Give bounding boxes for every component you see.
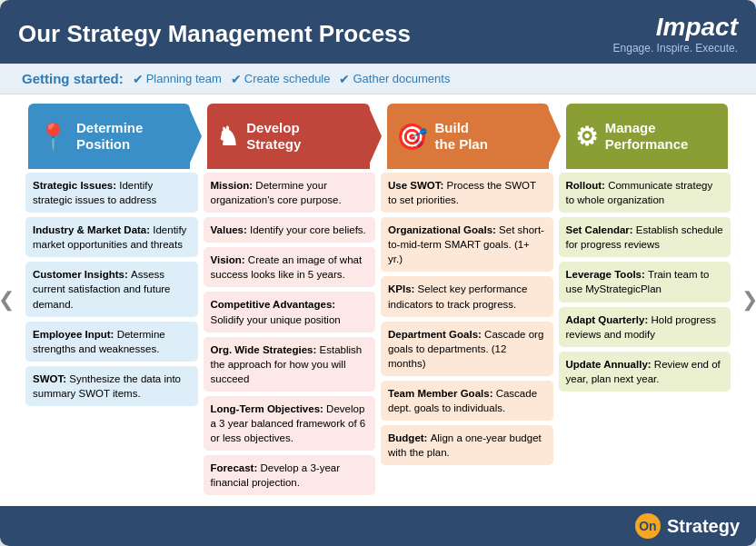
list-item: Team Member Goals: Cascade dept. goals t… — [381, 381, 553, 421]
list-item: KPIs: Select key performance indicators … — [381, 276, 553, 316]
list-item: Update Annually: Review end of year, pla… — [559, 352, 731, 392]
list-item: Adapt Quarterly: Hold progress reviews a… — [559, 307, 731, 347]
list-item: Forecast: Develop a 3-year financial pro… — [204, 455, 376, 495]
on-circle: On — [635, 513, 661, 539]
develop-icon: ♞ — [216, 122, 239, 152]
col-body-manage: Rollout: Communicate strategy to whole o… — [559, 173, 731, 495]
list-item: Vision: Create an image of what success … — [204, 247, 376, 287]
item-title: SWOT: — [33, 373, 69, 384]
col-body-build: Use SWOT: Process the SWOT to set priori… — [381, 173, 553, 495]
col-title-develop: DevelopStrategy — [246, 120, 301, 153]
list-item: Strategic Issues: Identify strategic iss… — [25, 173, 198, 213]
determine-icon: 📍 — [37, 122, 69, 152]
footer: On Strategy — [0, 506, 756, 546]
item-title: Use SWOT: — [388, 180, 447, 191]
item-title: Org. Wide Strategies: — [211, 344, 320, 355]
nav-right-arrow[interactable]: ❯ — [741, 288, 756, 312]
col-title-determine: DeterminePosition — [76, 120, 143, 153]
arrow-determine — [187, 104, 202, 169]
check-icon-3: ✔ — [339, 72, 350, 86]
column-headers-row: 📍 DeterminePosition ♞ DevelopStrategy 🎯 … — [16, 94, 740, 173]
getting-started-bar: Getting started: ✔ Planning team ✔ Creat… — [0, 64, 756, 94]
check-icon-2: ✔ — [231, 72, 242, 86]
gs-item-planning: ✔ Planning team — [133, 72, 222, 86]
footer-brand-text: Strategy — [667, 516, 740, 537]
item-title: Budget: — [388, 432, 431, 443]
item-title: Department Goals: — [388, 329, 484, 340]
item-title: Adapt Quarterly: — [566, 314, 652, 325]
list-item: Competitive Advantages: Solidify your un… — [204, 292, 376, 332]
header: Our Strategy Management Process Impact E… — [0, 0, 756, 64]
arrow-build — [546, 104, 561, 169]
list-item: Use SWOT: Process the SWOT to set priori… — [381, 173, 553, 213]
col-header-develop: ♞ DevelopStrategy — [207, 104, 369, 169]
content-area: Strategic Issues: Identify strategic iss… — [16, 173, 740, 504]
nav-left-arrow[interactable]: ❮ — [0, 288, 15, 312]
list-item: Leverage Tools: Train team to use MyStra… — [559, 262, 731, 302]
col-body-determine: Strategic Issues: Identify strategic iss… — [25, 173, 198, 495]
list-item: Rollout: Communicate strategy to whole o… — [559, 173, 731, 213]
item-title: Long-Term Objectives: — [211, 403, 327, 414]
item-title: Leverage Tools: — [566, 269, 649, 280]
list-item: Set Calendar: Establish schedule for pro… — [559, 217, 731, 257]
item-title: Update Annually: — [566, 359, 654, 370]
col-header-determine: 📍 DeterminePosition — [28, 104, 190, 169]
gs-label: Getting started: — [22, 71, 124, 86]
list-item: Long-Term Objectives: Develop a 3 year b… — [204, 396, 376, 451]
page-title: Our Strategy Management Process — [18, 20, 411, 48]
col-title-build: Buildthe Plan — [435, 120, 488, 153]
main-card: Our Strategy Management Process Impact E… — [0, 0, 756, 546]
item-body: Solidify your unique position — [211, 314, 341, 325]
col-header-build: 🎯 Buildthe Plan — [387, 104, 549, 169]
col-title-manage: ManagePerformance — [605, 120, 689, 153]
item-title: Team Member Goals: — [388, 388, 496, 399]
arrow-develop — [367, 104, 382, 169]
item-title: Vision: — [211, 254, 248, 265]
gs-item-schedule: ✔ Create schedule — [231, 72, 331, 86]
list-item: Values: Identify your core beliefs. — [204, 217, 376, 243]
manage-icon: ⚙ — [575, 122, 598, 152]
content-wrapper: ❮ ❯ 📍 DeterminePosition ♞ DevelopStrateg… — [0, 94, 756, 504]
col-body-develop: Mission: Determine your organization's c… — [204, 173, 376, 495]
item-title: Strategic Issues: — [33, 180, 119, 191]
brand-tagline: Engage. Inspire. Execute. — [613, 42, 738, 55]
item-title: Industry & Market Data: — [33, 224, 153, 235]
brand-name: Impact — [613, 13, 738, 42]
col-header-manage: ⚙ ManagePerformance — [566, 104, 728, 169]
list-item: SWOT: Synthesize the data into summary S… — [25, 366, 198, 406]
item-body: Identify your core beliefs. — [250, 224, 366, 235]
item-title: Customer Insights: — [33, 269, 131, 280]
list-item: Org. Wide Strategies: Establish the appr… — [204, 337, 376, 392]
item-title: Set Calendar: — [566, 224, 636, 235]
item-title: Rollout: — [566, 180, 609, 191]
list-item: Department Goals: Cascade org goals to d… — [381, 322, 553, 376]
list-item: Mission: Determine your organization's c… — [204, 173, 376, 213]
list-item: Organizational Goals: Set short-to-mid-t… — [381, 217, 553, 272]
item-title: Mission: — [211, 180, 256, 191]
list-item: Budget: Align a one-year budget with the… — [381, 425, 553, 465]
item-title: KPIs: — [388, 283, 418, 294]
item-title: Forecast: — [211, 462, 261, 473]
footer-brand: On Strategy — [635, 513, 740, 539]
check-icon: ✔ — [133, 72, 144, 86]
brand-block: Impact Engage. Inspire. Execute. — [613, 13, 738, 55]
build-icon: 🎯 — [396, 122, 428, 152]
item-title: Employee Input: — [33, 329, 117, 340]
item-title: Organizational Goals: — [388, 224, 499, 235]
list-item: Customer Insights: Assess current satisf… — [25, 262, 198, 316]
item-title: Values: — [211, 224, 250, 235]
list-item: Industry & Market Data: Identify market … — [25, 217, 198, 257]
gs-item-documents: ✔ Gather documents — [339, 72, 450, 86]
item-title: Competitive Advantages: — [211, 299, 336, 310]
list-item: Employee Input: Determine strengths and … — [25, 322, 198, 362]
